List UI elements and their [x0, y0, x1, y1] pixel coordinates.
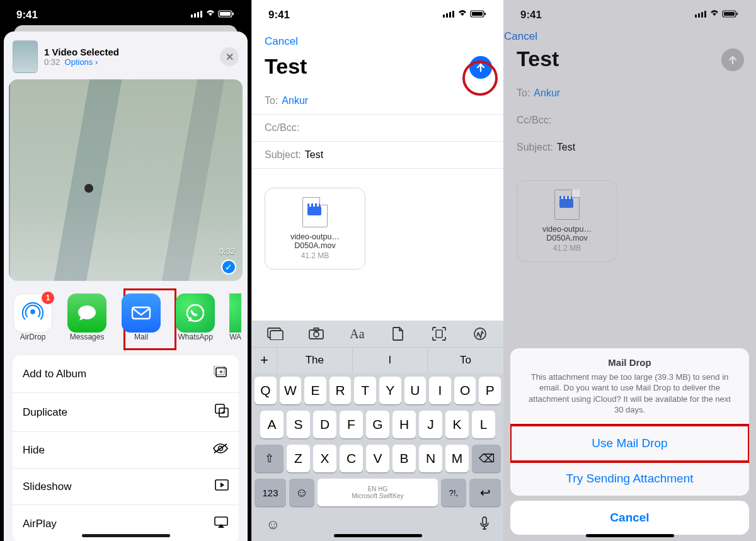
svg-point-30	[314, 332, 319, 337]
maildrop-screen: 9:41 Cancel Test To: Ankur Cc/Bcc: Subje…	[504, 0, 756, 541]
key-s[interactable]: S	[287, 411, 310, 438]
svg-point-7	[30, 309, 35, 314]
svg-rect-1	[194, 13, 196, 18]
options-link[interactable]: Options ›	[65, 57, 98, 67]
svg-rect-28	[270, 331, 283, 340]
media-preview[interactable]: 0:32 ✓	[9, 79, 243, 281]
suggestion-plus[interactable]: +	[252, 348, 277, 373]
mic-footer-icon[interactable]	[479, 516, 490, 534]
punctuation-key[interactable]: ?!,	[441, 479, 466, 506]
home-indicator[interactable]	[586, 534, 674, 537]
key-l[interactable]: L	[472, 411, 495, 438]
emoji-key[interactable]: ☺	[289, 479, 314, 506]
attachment-size: 41.2 MB	[301, 251, 329, 260]
home-indicator[interactable]	[334, 534, 422, 537]
shift-key[interactable]: ⇧	[255, 445, 284, 472]
selection-check-icon[interactable]: ✓	[221, 259, 236, 275]
key-r[interactable]: R	[329, 377, 352, 404]
sheet-cancel-button[interactable]: Cancel	[510, 501, 749, 535]
key-e[interactable]: E	[304, 377, 326, 404]
attachment-box[interactable]: video-outpu…D050A.mov 41.2 MB	[265, 188, 365, 270]
key-m[interactable]: M	[445, 445, 469, 472]
cancel-button[interactable]: Cancel	[265, 35, 298, 48]
svg-point-33	[474, 328, 486, 339]
svg-rect-22	[449, 12, 451, 18]
key-p[interactable]: P	[479, 377, 501, 404]
key-v[interactable]: V	[366, 445, 389, 472]
key-h[interactable]: H	[392, 411, 416, 438]
key-d[interactable]: D	[313, 411, 336, 438]
svg-rect-2	[197, 12, 199, 18]
to-field[interactable]: To: Ankur	[252, 88, 503, 115]
slideshow-icon	[215, 479, 229, 494]
key-n[interactable]: N	[419, 445, 442, 472]
to-recipient[interactable]: Ankur	[282, 95, 308, 106]
markup-tool-icon[interactable]	[469, 326, 491, 342]
key-row-3: ⇧ZXCVBNM⌫	[255, 445, 501, 472]
format-tool-icon[interactable]: Aa	[346, 326, 368, 342]
camera-tool-icon[interactable]	[306, 326, 327, 342]
svg-rect-25	[472, 12, 483, 16]
key-q[interactable]: Q	[255, 377, 277, 404]
mail-icon	[122, 293, 161, 333]
slideshow-row[interactable]: Slideshow	[13, 469, 239, 505]
key-c[interactable]: C	[340, 445, 363, 472]
messages-label: Messages	[70, 333, 105, 341]
airdrop-icon: 1	[13, 293, 52, 333]
messages-app[interactable]: Messages	[67, 293, 107, 341]
share-sheet: 1 Video Selected 0:32 Options › ✕ 0:32 ✓…	[4, 31, 248, 541]
whatsapp-app[interactable]: WhatsApp	[175, 293, 215, 341]
hide-row[interactable]: Hide	[13, 432, 239, 469]
suggestion-1[interactable]: The	[277, 348, 353, 373]
svg-rect-3	[200, 11, 202, 18]
add-to-album-row[interactable]: Add to Album +	[13, 355, 239, 393]
hide-icon	[212, 443, 229, 457]
status-bar: 9:41	[252, 0, 503, 30]
key-row-bottom: 123 ☺ EN HG Microsoft SwiftKey ?!, ↩	[252, 479, 503, 511]
airdrop-label: AirDrop	[20, 333, 46, 341]
share-header: 1 Video Selected 0:32 Options › ✕	[4, 31, 248, 79]
suggestion-3[interactable]: To	[428, 348, 503, 373]
123-key[interactable]: 123	[255, 479, 286, 506]
svg-rect-23	[452, 11, 454, 18]
space-key[interactable]: EN HG Microsoft SwiftKey	[318, 479, 438, 506]
ccbcc-field[interactable]: Cc/Bcc:	[252, 115, 503, 142]
key-u[interactable]: U	[404, 377, 427, 404]
key-j[interactable]: J	[419, 411, 442, 438]
photos-tool-icon[interactable]	[265, 326, 286, 342]
key-z[interactable]: Z	[287, 445, 310, 472]
svg-rect-0	[191, 14, 193, 18]
key-x[interactable]: X	[313, 445, 336, 472]
suggestion-row: + The I To	[252, 347, 503, 373]
key-a[interactable]: A	[260, 411, 284, 438]
duplicate-row[interactable]: Duplicate +	[13, 393, 239, 432]
wa-app-partial[interactable]: WA	[229, 293, 241, 341]
key-f[interactable]: F	[340, 411, 363, 438]
adjacent-media-strip[interactable]	[9, 79, 10, 281]
action-list: Add to Album + Duplicate + Hide Slidesho…	[13, 355, 239, 541]
key-w[interactable]: W	[280, 377, 302, 404]
airdrop-app[interactable]: 1 AirDrop	[13, 293, 53, 341]
home-indicator[interactable]	[82, 534, 170, 537]
suggestion-2[interactable]: I	[353, 348, 428, 373]
key-g[interactable]: G	[366, 411, 389, 438]
backspace-key[interactable]: ⌫	[472, 445, 501, 472]
wa-icon	[229, 293, 241, 333]
send-highlight-annotation	[462, 60, 498, 96]
key-o[interactable]: O	[454, 377, 476, 404]
sheet-title: Mail Drop	[510, 348, 749, 369]
emoji-footer-icon[interactable]: ☺	[266, 516, 280, 534]
status-indicators	[191, 9, 235, 21]
key-y[interactable]: Y	[379, 377, 401, 404]
scan-tool-icon[interactable]	[428, 326, 450, 342]
close-button[interactable]: ✕	[220, 47, 239, 66]
key-b[interactable]: B	[392, 445, 416, 472]
key-t[interactable]: T	[354, 377, 376, 404]
subject-field[interactable]: Subject: Test	[252, 142, 503, 169]
key-i[interactable]: I	[429, 377, 451, 404]
return-key[interactable]: ↩	[469, 479, 501, 506]
try-sending-button[interactable]: Try Sending Attachment	[510, 462, 749, 496]
use-mail-drop-button[interactable]: Use Mail Drop	[510, 424, 749, 463]
document-tool-icon[interactable]	[387, 326, 409, 342]
key-k[interactable]: K	[445, 411, 469, 438]
